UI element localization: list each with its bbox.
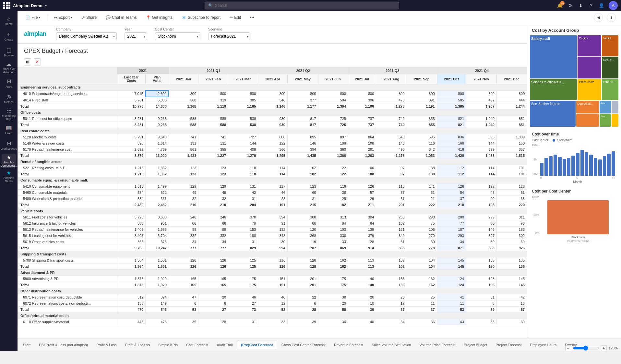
treemap-cell-vehicl[interactable]: Vehicl...: [602, 35, 618, 56]
table-row: 5221 Renting costs, M & E1,2131,36212312…: [18, 165, 527, 171]
avatar[interactable]: A: [609, 1, 618, 10]
info-button[interactable]: ℹ: [607, 13, 616, 22]
zoom-slider[interactable]: [573, 346, 599, 351]
chart-bar[interactable]: [612, 151, 615, 176]
get-insights-button[interactable]: 📍 Get insights: [143, 14, 175, 21]
nav-back-button[interactable]: ◀: [594, 13, 603, 22]
more-button[interactable]: •••: [247, 14, 257, 21]
chart-bar[interactable]: [580, 150, 584, 176]
chevron-down-icon[interactable]: ▾: [45, 4, 47, 7]
table-row: Other distribution costs: [18, 288, 527, 294]
treemap-cell-salaries[interactable]: Salaries to officials &...: [530, 79, 577, 100]
bottom-tab[interactable]: Sales Volume Simulation: [367, 341, 415, 349]
bottom-tab[interactable]: Cross Cost Center Forecast: [277, 341, 330, 349]
treemap-cell-other[interactable]: Other e...: [602, 79, 618, 100]
sidebar-item-aimplan-demo[interactable]: ★ AimplanDemonstra...: [2, 154, 16, 168]
bottom-tab[interactable]: Start: [19, 341, 35, 349]
treemap-cell-allo[interactable]: Allo...: [600, 114, 611, 127]
treemap-cell-office[interactable]: Office costs: [578, 79, 601, 100]
chart-bar[interactable]: [576, 153, 579, 176]
sidebar-label-aimplan-demo: AimplanDemonstra...: [0, 161, 17, 168]
bottom-tab[interactable]: Simple KPIs: [154, 341, 182, 349]
chat-in-teams-button[interactable]: 💬 Chat in Teams: [103, 14, 139, 21]
search-input[interactable]: [215, 3, 396, 8]
bottom-tab[interactable]: (Pre)Cost Forecast: [237, 341, 277, 349]
table-expand-button[interactable]: ⊞: [24, 58, 31, 65]
bottom-tab[interactable]: PBI Profit & Loss (not Aimplan): [35, 341, 92, 349]
edit-button[interactable]: ✏ Edit: [227, 14, 244, 21]
table-row: 5140 Water & sewer costs8961,61413113114…: [18, 140, 527, 147]
year-select[interactable]: 2021: [125, 32, 147, 40]
bottom-tab[interactable]: Volume Price Forecast: [415, 341, 460, 349]
bottom-tab[interactable]: Employee Hours: [526, 341, 561, 349]
page-title: OPEX Budget / Forecast: [24, 48, 88, 54]
cost-center-select[interactable]: Stockholm: [155, 32, 200, 40]
treemap-cell-depr[interactable]: Depreciati...: [576, 101, 599, 113]
page-content: aimplan Company Demo Company Sweden AB: [18, 24, 621, 338]
export-button[interactable]: ↦ Export ▾: [51, 14, 75, 21]
treemap-cell-adv[interactable]: Adv...: [600, 101, 611, 113]
data-table-wrap[interactable]: 2021 2021 Q1 2021 Q2 2021 Q3 2021 Q4 Las…: [18, 67, 527, 338]
bottom-tab[interactable]: Cost Forecast: [182, 341, 212, 349]
treemap-cell-real-e[interactable]: Real e...: [602, 57, 618, 78]
download-icon[interactable]: ⬇: [578, 2, 584, 9]
cc-bar-stockholm[interactable]: [547, 200, 609, 234]
treemap-cell-salary[interactable]: Salary,staff: [530, 35, 577, 78]
chart-bar[interactable]: [563, 159, 566, 176]
grid-menu-icon[interactable]: [3, 2, 10, 9]
zoom-in-button[interactable]: +: [601, 345, 607, 351]
sidebar-item-apps[interactable]: ⊞ Apps: [2, 76, 16, 90]
share-button[interactable]: ↗ Share: [79, 14, 99, 21]
zoom-out-button[interactable]: −: [565, 345, 571, 351]
bottom-tab[interactable]: Profit & Loss: [92, 341, 121, 349]
chart-bar[interactable]: [544, 158, 548, 176]
sidebar-item-home[interactable]: ⌂ Home: [2, 14, 16, 28]
bottom-tab[interactable]: Project Budget: [460, 341, 491, 349]
sidebar-item-learn[interactable]: 📖 Learn: [2, 123, 16, 137]
chart-bar[interactable]: [603, 156, 606, 176]
user-icon[interactable]: 👤: [598, 2, 605, 9]
sidebar-item-monitoring[interactable]: ☷ Monitoringhub: [2, 107, 16, 121]
help-icon[interactable]: ?: [588, 2, 594, 9]
sidebar-item-workspaces[interactable]: ⊟ Workspaces: [2, 138, 16, 152]
sidebar-item-metrics[interactable]: ◎ Metrics: [2, 91, 16, 106]
chart-bar[interactable]: [549, 156, 553, 176]
company-select[interactable]: Demo Company Sweden AB: [56, 32, 117, 40]
sidebar-item-datalake[interactable]: ☁ OneLakedata hub: [2, 60, 16, 75]
treemap-cell-engine2[interactable]: [578, 57, 601, 78]
file-button[interactable]: 📄 File ▾: [23, 14, 43, 21]
search-icon: 🔍: [208, 3, 213, 8]
notification-icon[interactable]: 🔔 16: [557, 2, 563, 9]
bottom-tab[interactable]: Audit Trail: [212, 341, 237, 349]
chart-bar[interactable]: [554, 155, 557, 176]
x-axis: 0 5 10: [539, 176, 616, 180]
col-oct: 2021 Oct: [437, 74, 466, 84]
sidebar-item-aimplan[interactable]: ★ AimplanDemo: [2, 169, 16, 183]
chart-bar[interactable]: [585, 152, 588, 176]
table-row: Total2,4302,4822102102041912151822112012…: [18, 202, 527, 208]
settings-icon[interactable]: ⚙: [567, 2, 574, 9]
export-icon: ↦: [54, 15, 57, 20]
cost-center-label: Cost Center: [155, 27, 200, 31]
chart-bar[interactable]: [567, 158, 570, 176]
bottom-tab[interactable]: Project Forecast: [491, 341, 526, 349]
chart-bar[interactable]: [558, 157, 562, 176]
chart-bar[interactable]: [607, 154, 611, 176]
aimplan-demo-icon: ★: [6, 154, 11, 160]
scenario-select[interactable]: Forecast 2021: [208, 32, 250, 40]
treemap-cell-engine[interactable]: Engine...: [578, 35, 601, 56]
company-select-wrap: Demo Company Sweden AB: [56, 32, 117, 40]
chart-bar[interactable]: [540, 163, 544, 176]
bottom-tab[interactable]: Profit & Loss vs: [121, 341, 154, 349]
sidebar-item-create[interactable]: + Create: [2, 29, 16, 43]
chart-bar[interactable]: [589, 155, 593, 176]
bottom-tab[interactable]: Revenue Forecast: [330, 341, 367, 349]
sidebar-item-browse[interactable]: ◫ Browse: [2, 45, 16, 59]
treemap-cell-soc[interactable]: Soc. & other fees un...: [530, 101, 576, 127]
chart-bar[interactable]: [598, 159, 602, 176]
table-close-button[interactable]: ✕: [34, 58, 41, 65]
chart-bar[interactable]: [594, 158, 597, 176]
search-bar[interactable]: 🔍: [205, 2, 399, 9]
chart-bar[interactable]: [571, 156, 575, 176]
subscribe-button[interactable]: 📧 Subscribe to report: [179, 14, 223, 21]
